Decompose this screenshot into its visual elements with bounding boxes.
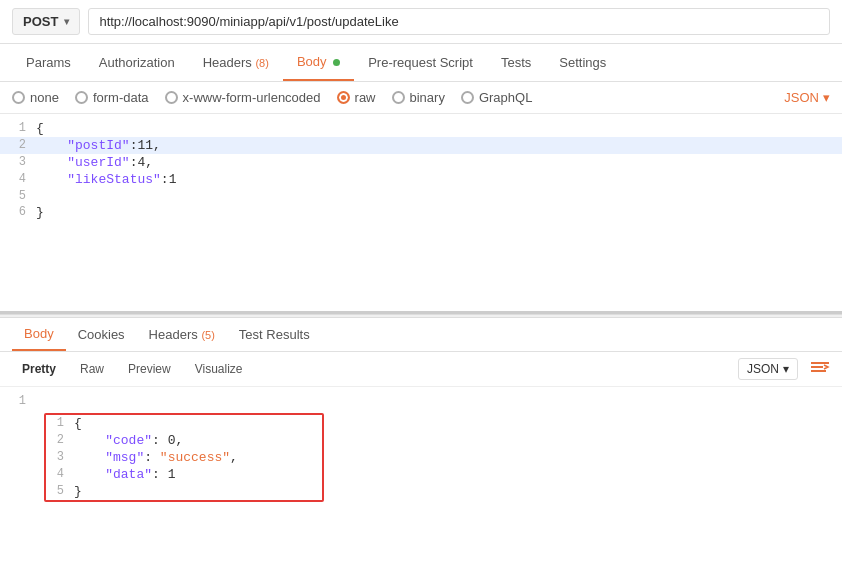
resp-tab-cookies[interactable]: Cookies bbox=[66, 319, 137, 350]
radio-none-circle bbox=[12, 91, 25, 104]
resp-line-1: 1 { bbox=[46, 415, 322, 432]
format-visualize[interactable]: Visualize bbox=[185, 358, 253, 380]
resp-line-4: 4 "data": 1 bbox=[46, 466, 322, 483]
body-active-dot bbox=[333, 59, 340, 66]
response-tabs: Body Cookies Headers (5) Test Results bbox=[0, 318, 842, 352]
response-highlighted-block: 1 { 2 "code": 0, 3 "msg": "success", 4 "… bbox=[0, 409, 842, 506]
radio-graphql[interactable]: GraphQL bbox=[461, 90, 532, 105]
tab-body[interactable]: Body bbox=[283, 44, 354, 81]
request-code-editor[interactable]: 1 { 2 "postId":11, 3 "userId":4, 4 "like… bbox=[0, 114, 842, 314]
format-preview[interactable]: Preview bbox=[118, 358, 181, 380]
radio-form-data[interactable]: form-data bbox=[75, 90, 149, 105]
method-label: POST bbox=[23, 14, 58, 29]
radio-raw-circle bbox=[337, 91, 350, 104]
format-pretty[interactable]: Pretty bbox=[12, 358, 66, 380]
resp-line-2: 2 "code": 0, bbox=[46, 432, 322, 449]
body-type-row: none form-data x-www-form-urlencoded raw… bbox=[0, 82, 842, 114]
tab-params[interactable]: Params bbox=[12, 45, 85, 80]
url-bar: POST ▾ bbox=[0, 0, 842, 44]
tab-authorization[interactable]: Authorization bbox=[85, 45, 189, 80]
tab-headers[interactable]: Headers (8) bbox=[189, 45, 283, 80]
req-line-4: 4 "likeStatus":1 bbox=[0, 171, 842, 188]
resp-outer-line-1: 1 bbox=[0, 393, 842, 409]
req-line-6: 6 } bbox=[0, 204, 842, 221]
resp-line-3: 3 "msg": "success", bbox=[46, 449, 322, 466]
tab-pre-request[interactable]: Pre-request Script bbox=[354, 45, 487, 80]
req-line-5: 5 bbox=[0, 188, 842, 204]
method-select[interactable]: POST ▾ bbox=[12, 8, 80, 35]
req-line-2: 2 "postId":11, bbox=[0, 137, 842, 154]
format-row: Pretty Raw Preview Visualize JSON ▾ bbox=[0, 352, 842, 387]
radio-form-data-circle bbox=[75, 91, 88, 104]
radio-urlencoded-circle bbox=[165, 91, 178, 104]
radio-binary[interactable]: binary bbox=[392, 90, 445, 105]
wrap-icon[interactable] bbox=[810, 359, 830, 379]
response-format-dropdown[interactable]: JSON ▾ bbox=[738, 358, 798, 380]
url-input[interactable] bbox=[88, 8, 830, 35]
radio-raw[interactable]: raw bbox=[337, 90, 376, 105]
req-line-3: 3 "userId":4, bbox=[0, 154, 842, 171]
request-tabs: Params Authorization Headers (8) Body Pr… bbox=[0, 44, 842, 82]
resp-tab-headers[interactable]: Headers (5) bbox=[137, 319, 227, 350]
radio-urlencoded[interactable]: x-www-form-urlencoded bbox=[165, 90, 321, 105]
method-arrow: ▾ bbox=[64, 16, 69, 27]
resp-tab-body[interactable]: Body bbox=[12, 318, 66, 351]
json-format-dropdown[interactable]: JSON ▾ bbox=[784, 90, 830, 105]
tab-tests[interactable]: Tests bbox=[487, 45, 545, 80]
radio-none[interactable]: none bbox=[12, 90, 59, 105]
response-code-area: 1 1 { 2 "code": 0, 3 "msg": "success", bbox=[0, 387, 842, 512]
resp-line-5: 5 } bbox=[46, 483, 322, 500]
req-line-1: 1 { bbox=[0, 120, 842, 137]
tab-settings[interactable]: Settings bbox=[545, 45, 620, 80]
format-raw[interactable]: Raw bbox=[70, 358, 114, 380]
radio-binary-circle bbox=[392, 91, 405, 104]
response-section: Body Cookies Headers (5) Test Results Pr… bbox=[0, 318, 842, 512]
resp-tab-test-results[interactable]: Test Results bbox=[227, 319, 322, 350]
radio-graphql-circle bbox=[461, 91, 474, 104]
response-json-block: 1 { 2 "code": 0, 3 "msg": "success", 4 "… bbox=[44, 413, 324, 502]
